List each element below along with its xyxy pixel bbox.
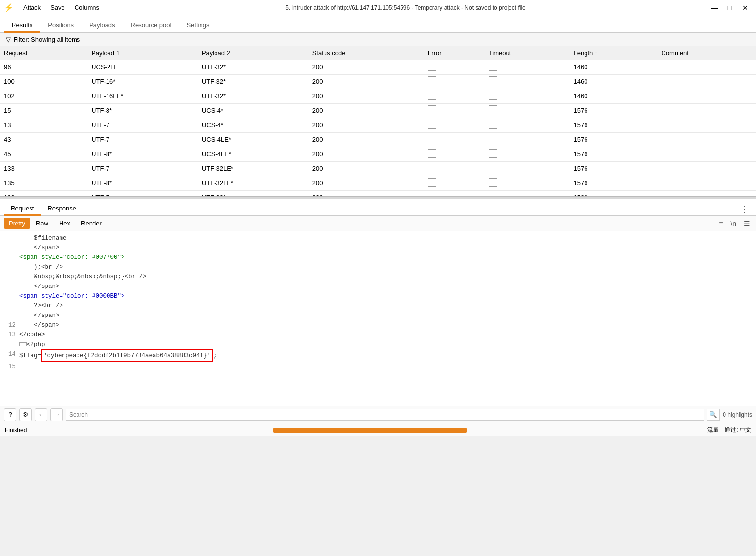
col-comment[interactable]: Comment xyxy=(658,46,756,60)
main-tabs: Results Positions Payloads Resource pool… xyxy=(0,15,756,33)
code-line: &nbsp;&nbsp;&nbsp;&nbsp;}<br /> xyxy=(4,272,752,282)
code-content: </span> xyxy=(19,243,60,253)
timeout-checkbox[interactable] xyxy=(489,91,497,100)
line-num: 15 xyxy=(4,362,15,372)
table-row[interactable]: 103 UTF-7 UTF-32* 200 1580 xyxy=(0,191,756,197)
cell-comment xyxy=(658,89,756,104)
table-row[interactable]: 45 UTF-8* UCS-4LE* 200 1576 xyxy=(0,147,756,162)
timeout-checkbox[interactable] xyxy=(489,120,497,129)
col-payload1[interactable]: Payload 1 xyxy=(88,46,198,60)
error-checkbox[interactable] xyxy=(428,135,436,143)
table-row[interactable]: 13 UTF-7 UCS-4* 200 1576 xyxy=(0,118,756,133)
timeout-checkbox[interactable] xyxy=(489,164,497,172)
timeout-checkbox[interactable] xyxy=(489,62,497,71)
error-checkbox[interactable] xyxy=(428,105,436,114)
search-input[interactable] xyxy=(66,409,704,421)
search-button[interactable]: 🔍 xyxy=(707,409,720,421)
cell-payload1: UCS-2LE xyxy=(88,60,198,75)
code-line: 15 xyxy=(4,362,752,372)
close-button[interactable]: ✕ xyxy=(739,2,752,13)
col-timeout[interactable]: Timeout xyxy=(485,46,570,60)
title-bar-menu: Attack Save Columns xyxy=(19,2,103,13)
inner-tabs: Pretty Raw Hex Render ≡ \n ☰ xyxy=(0,216,756,231)
col-length[interactable]: Length ↑ xyxy=(570,46,658,60)
error-checkbox[interactable] xyxy=(428,193,436,196)
pane-more-menu[interactable]: ⋮ xyxy=(738,203,752,215)
error-checkbox[interactable] xyxy=(428,62,436,71)
cell-request: 102 xyxy=(0,89,88,104)
pane-tab-request[interactable]: Request xyxy=(4,202,41,216)
tab-positions[interactable]: Positions xyxy=(40,18,81,33)
timeout-checkbox[interactable] xyxy=(489,193,497,196)
table-row[interactable]: 102 UTF-16LE* UTF-32* 200 1460 xyxy=(0,89,756,104)
tab-results[interactable]: Results xyxy=(4,18,40,33)
cell-status: 200 xyxy=(309,89,424,104)
inner-tab-pretty[interactable]: Pretty xyxy=(4,218,30,229)
timeout-checkbox[interactable] xyxy=(489,149,497,158)
col-request[interactable]: Request xyxy=(0,46,88,60)
format-icon[interactable]: ☰ xyxy=(742,219,752,228)
cell-comment xyxy=(658,75,756,89)
code-line: </span> xyxy=(4,282,752,291)
word-wrap-icon[interactable]: ≡ xyxy=(717,219,725,228)
cell-payload1: UTF-8* xyxy=(88,147,198,162)
line-num xyxy=(4,311,15,320)
col-payload2[interactable]: Payload 2 xyxy=(198,46,309,60)
line-num xyxy=(4,340,15,349)
col-status[interactable]: Status code xyxy=(309,46,424,60)
table-row[interactable]: 15 UTF-8* UCS-4* 200 1576 xyxy=(0,104,756,118)
cell-payload1: UTF-7 xyxy=(88,191,198,197)
cell-request: 96 xyxy=(0,60,88,75)
tab-payloads[interactable]: Payloads xyxy=(81,18,123,33)
columns-menu[interactable]: Columns xyxy=(71,2,103,13)
minimize-button[interactable]: — xyxy=(708,2,721,13)
cell-payload2: UCS-4* xyxy=(198,104,309,118)
settings-button[interactable]: ⚙ xyxy=(19,408,32,421)
attack-menu[interactable]: Attack xyxy=(19,2,45,13)
error-checkbox[interactable] xyxy=(428,178,436,187)
table-row[interactable]: 43 UTF-7 UCS-4LE* 200 1576 xyxy=(0,133,756,147)
pane-tab-response[interactable]: Response xyxy=(41,202,83,216)
inner-tab-hex[interactable]: Hex xyxy=(54,218,75,229)
inner-tab-render[interactable]: Render xyxy=(76,218,107,229)
error-checkbox[interactable] xyxy=(428,164,436,172)
cell-timeout xyxy=(485,89,570,104)
results-table: Request Payload 1 Payload 2 Status code … xyxy=(0,46,756,196)
cell-length: 1580 xyxy=(570,191,658,197)
table-row[interactable]: 100 UTF-16* UTF-32* 200 1460 xyxy=(0,75,756,89)
timeout-checkbox[interactable] xyxy=(489,178,497,187)
timeout-checkbox[interactable] xyxy=(489,105,497,114)
error-checkbox[interactable] xyxy=(428,91,436,100)
save-menu[interactable]: Save xyxy=(46,2,69,13)
help-button[interactable]: ? xyxy=(4,408,16,421)
back-button[interactable]: ← xyxy=(35,408,47,421)
table-row[interactable]: 135 UTF-8* UTF-32LE* 200 1576 xyxy=(0,176,756,191)
timeout-checkbox[interactable] xyxy=(489,135,497,143)
inner-tab-raw[interactable]: Raw xyxy=(31,218,53,229)
error-checkbox[interactable] xyxy=(428,149,436,158)
line-num xyxy=(4,262,15,272)
error-checkbox[interactable] xyxy=(428,76,436,85)
table-row[interactable]: 133 UTF-7 UTF-32LE* 200 1576 xyxy=(0,162,756,176)
code-line-flag: 14 $flag='cyberpeace{f2dcdf2b1f9b7784aea… xyxy=(4,349,752,362)
line-num xyxy=(4,243,15,253)
cell-payload2: UCS-4LE* xyxy=(198,133,309,147)
tab-settings[interactable]: Settings xyxy=(179,18,217,33)
pane-tabs: Request Response ⋮ xyxy=(0,199,756,216)
cell-status: 200 xyxy=(309,176,424,191)
cell-error xyxy=(424,104,485,118)
col-error[interactable]: Error xyxy=(424,46,485,60)
cell-payload2: UTF-32* xyxy=(198,89,309,104)
maximize-button[interactable]: □ xyxy=(723,2,737,13)
cell-request: 133 xyxy=(0,162,88,176)
code-line: ?><br /> xyxy=(4,301,752,311)
cell-comment xyxy=(658,176,756,191)
cell-length: 1576 xyxy=(570,162,658,176)
cell-status: 200 xyxy=(309,191,424,197)
error-checkbox[interactable] xyxy=(428,120,436,129)
timeout-checkbox[interactable] xyxy=(489,76,497,85)
newline-icon[interactable]: \n xyxy=(728,219,738,228)
forward-button[interactable]: → xyxy=(50,408,63,421)
tab-resource-pool[interactable]: Resource pool xyxy=(123,18,179,33)
table-row[interactable]: 96 UCS-2LE UTF-32* 200 1460 xyxy=(0,60,756,75)
